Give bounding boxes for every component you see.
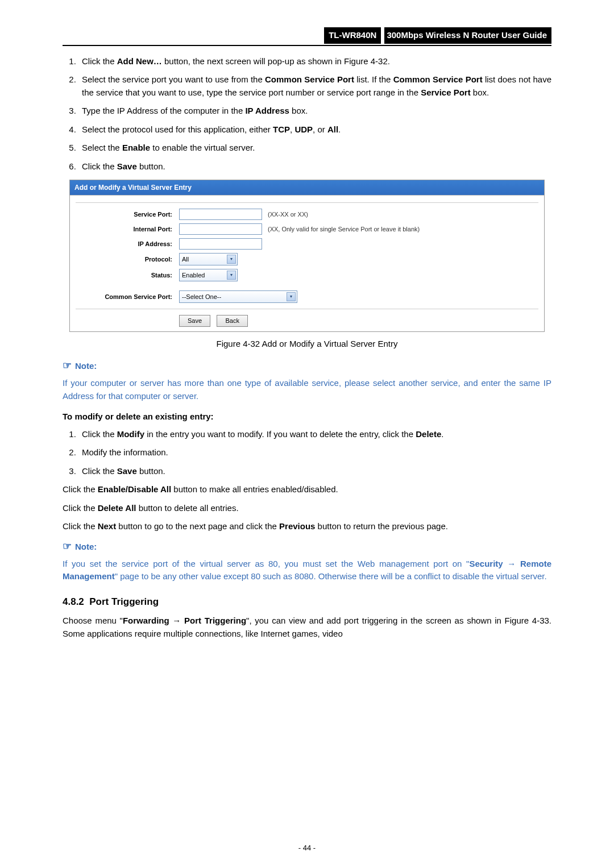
text-bold: Delete All <box>98 503 136 513</box>
text: . <box>338 124 341 134</box>
text: to enable the virtual server. <box>150 143 255 152</box>
text: in the entry you want to modify. If you … <box>144 429 416 439</box>
text-bold: Enable <box>122 143 150 152</box>
paragraph-enable-disable: Click the Enable/Disable All button to m… <box>63 483 551 496</box>
section-title: Port Triggering <box>89 596 159 607</box>
text-bold: Add New… <box>117 56 162 66</box>
text-bold: Port Triggering <box>184 616 246 625</box>
chevron-down-icon: ▾ <box>227 271 236 280</box>
figure-body: Service Port: (XX-XX or XX) Internal Por… <box>70 195 544 331</box>
text: Click the <box>82 161 117 171</box>
hint-service-port: (XX-XX or XX) <box>268 210 308 219</box>
text: button. <box>137 161 165 171</box>
text: Click the <box>82 56 117 66</box>
figure-caption: Figure 4-32 Add or Modify a Virtual Serv… <box>63 338 551 351</box>
back-button[interactable]: Back <box>217 315 247 327</box>
hint-internal-port: (XX, Only valid for single Service Port … <box>268 225 420 234</box>
text: If you set the service port of the virtu… <box>63 559 469 568</box>
step-2: Select the service port you want to use … <box>78 73 551 99</box>
text: box. <box>471 88 489 97</box>
text: " page to be any other value except 80 s… <box>115 571 547 581</box>
text: button. <box>137 466 165 476</box>
row-internal-port: Internal Port: (XX, Only valid for singl… <box>76 223 538 235</box>
guide-title: 300Mbps Wireless N Router User Guide <box>384 27 551 44</box>
select-protocol-value: All <box>182 255 189 264</box>
text-bold: IP Address <box>245 106 289 115</box>
page-number: - 44 - <box>0 842 614 854</box>
select-protocol[interactable]: All ▾ <box>179 253 238 265</box>
text-bold: Save <box>117 466 137 476</box>
chevron-down-icon: ▾ <box>227 255 236 264</box>
label-status: Status: <box>76 271 179 280</box>
label-protocol: Protocol: <box>76 255 179 264</box>
row-ip-address: IP Address: <box>76 238 538 250</box>
row-common-port: Common Service Port: --Select One-- ▾ <box>76 290 538 303</box>
text-bold: Next <box>98 521 117 531</box>
text-bold: Forwarding <box>123 616 169 625</box>
text-bold: UDP <box>294 124 313 134</box>
section-paragraph: Choose menu "Forwarding → Port Triggerin… <box>63 614 551 640</box>
text-bold: All <box>327 124 338 134</box>
paragraph-next-prev: Click the Next button to go to the next … <box>63 520 551 533</box>
text: box. <box>289 106 308 115</box>
text: . <box>441 429 443 439</box>
subheading-modify-delete: To modify or delete an existing entry: <box>63 410 551 423</box>
text-bold: Save <box>117 161 137 171</box>
text: Select the <box>82 143 122 152</box>
text: Choose menu " <box>63 616 123 625</box>
figure-header: Add or Modify a Virtual Server Entry <box>70 180 544 195</box>
steps-list-b: Click the Modify in the entry you want t… <box>63 428 551 478</box>
save-button[interactable]: Save <box>179 315 210 327</box>
text: button to make all entries enabled/disab… <box>171 484 338 494</box>
text-bold: Modify <box>117 429 144 439</box>
text-bold: Previous <box>279 521 315 531</box>
pointing-hand-icon: ☞ <box>63 360 72 371</box>
text-bold: Service Port <box>421 88 471 97</box>
input-internal-port[interactable] <box>179 223 262 235</box>
select-common-port[interactable]: --Select One-- ▾ <box>179 290 297 303</box>
label-internal-port: Internal Port: <box>76 225 179 234</box>
text: button to delete all entries. <box>136 503 239 513</box>
text-bold: Common Service Port <box>265 74 354 84</box>
text-bold: Common Service Port <box>393 74 483 84</box>
text-bold: Delete <box>416 429 441 439</box>
arrow-icon: → <box>169 616 184 625</box>
text: button, the next screen will pop-up as s… <box>162 56 390 66</box>
note-body: If your computer or server has more than… <box>63 377 551 402</box>
text: Click the <box>82 466 117 476</box>
step-b1: Click the Modify in the entry you want t… <box>78 428 551 441</box>
arrow-icon: → <box>503 559 520 568</box>
page-header: TL-WR840N300Mbps Wireless N Router User … <box>63 27 551 46</box>
note-label-2: Note: <box>75 542 97 551</box>
label-common-port: Common Service Port: <box>76 292 179 302</box>
text: Click the <box>82 429 117 439</box>
step-4: Select the protocol used for this applic… <box>78 123 551 136</box>
note-body-2: If you set the service port of the virtu… <box>63 558 551 583</box>
text: Select the protocol used for this applic… <box>82 124 273 134</box>
label-ip-address: IP Address: <box>76 239 179 249</box>
note-heading-2: ☞Note: <box>63 539 551 554</box>
text: Select the service port you want to use … <box>82 74 265 84</box>
paragraph-delete-all: Click the Delete All button to delete al… <box>63 502 551 515</box>
row-status: Status: Enabled ▾ <box>76 269 538 281</box>
select-status[interactable]: Enabled ▾ <box>179 269 238 281</box>
input-service-port[interactable] <box>179 209 262 220</box>
note-heading: ☞Note: <box>63 358 551 373</box>
text-bold: Security <box>469 559 503 568</box>
figure-screenshot: Add or Modify a Virtual Server Entry Ser… <box>69 180 545 332</box>
model-label: TL-WR840N <box>324 27 381 44</box>
select-common-port-value: --Select One-- <box>182 292 221 302</box>
step-1: Click the Add New… button, the next scre… <box>78 55 551 68</box>
step-3: Type the IP Address of the computer in t… <box>78 105 551 118</box>
row-service-port: Service Port: (XX-XX or XX) <box>76 209 538 220</box>
text: list. If the <box>354 74 393 84</box>
row-protocol: Protocol: All ▾ <box>76 253 538 265</box>
pointing-hand-icon: ☞ <box>63 541 72 552</box>
text: button to go to the next page and click … <box>116 521 279 531</box>
step-5: Select the Enable to enable the virtual … <box>78 142 551 155</box>
section-number: 4.8.2 <box>63 596 84 607</box>
step-b3: Click the Save button. <box>78 465 551 478</box>
input-ip-address[interactable] <box>179 238 262 250</box>
section-heading: 4.8.2 Port Triggering <box>63 595 551 609</box>
text: Click the <box>63 484 98 494</box>
